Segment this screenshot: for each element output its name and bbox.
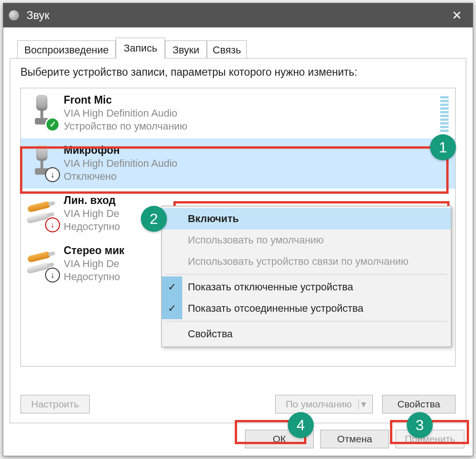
menu-item-set-default[interactable]: Использовать по умолчанию	[162, 230, 451, 251]
menu-item-label: Включить	[188, 213, 239, 225]
device-icon: ✓	[26, 93, 58, 134]
device-row[interactable]: ✓ Front Mic VIA High Definition Audio Ус…	[21, 88, 455, 138]
check-icon: ✓	[162, 276, 182, 298]
tab-communications[interactable]: Связь	[207, 40, 247, 59]
sound-icon	[9, 10, 19, 20]
arrow-down-icon	[45, 167, 60, 182]
close-button[interactable]: ✕	[447, 5, 467, 26]
tab-strip: Воспроизведение Запись Звуки Связь	[9, 38, 467, 59]
prompt-text: Выберите устройство записи, параметры ко…	[20, 66, 456, 79]
context-menu[interactable]: Включить Использовать по умолчанию Испол…	[161, 206, 451, 347]
device-icon	[26, 143, 58, 184]
cancel-button[interactable]: Отмена	[320, 430, 389, 448]
annotation-badge: 1	[430, 134, 456, 160]
device-icon	[26, 243, 58, 284]
device-icon	[26, 193, 58, 234]
tab-sounds[interactable]: Звуки	[165, 40, 207, 59]
device-status: Отключено	[64, 170, 178, 183]
device-driver: VIA High Definition Audio	[64, 107, 187, 119]
warning-icon	[45, 217, 60, 232]
menu-item-show-disabled[interactable]: ✓ Показать отключенные устройства	[162, 276, 451, 298]
menu-item-label: Показать отключенные устройства	[188, 281, 353, 293]
device-row[interactable]: Микрофон VIA High Definition Audio Отклю…	[21, 138, 455, 189]
menu-item-enable[interactable]: Включить	[162, 208, 451, 230]
menu-item-set-comm-default[interactable]: Использовать устройство связи по умолчан…	[162, 251, 451, 272]
annotation-badge: 4	[288, 412, 314, 438]
device-name: Front Mic	[64, 94, 187, 106]
check-icon: ✓	[162, 298, 182, 319]
tab-recording[interactable]: Запись	[116, 38, 165, 59]
menu-item-show-disconnected[interactable]: ✓ Показать отсоединенные устройства	[162, 298, 451, 319]
dialog-button-row: ОК Отмена Применить	[245, 430, 464, 448]
menu-item-properties[interactable]: Свойства	[162, 323, 451, 345]
properties-button[interactable]: Свойства	[382, 395, 456, 413]
device-status: Недоступно	[64, 271, 125, 283]
sound-dialog: Звук ✕ Воспроизведение Запись Звуки Связ…	[3, 3, 473, 456]
check-icon: ✓	[45, 117, 60, 132]
device-status: Устройство по умолчанию	[64, 120, 187, 132]
tab-playback[interactable]: Воспроизведение	[17, 40, 116, 59]
window-title: Звук	[26, 9, 447, 22]
device-status: Недоступно	[64, 221, 120, 233]
annotation-badge: 3	[407, 412, 433, 438]
set-default-label: По умолчанию	[286, 399, 352, 410]
set-default-button[interactable]: По умолчанию ▾	[275, 395, 373, 413]
device-driver: VIA High Definition Audio	[64, 157, 178, 170]
device-name: Микрофон	[64, 144, 178, 157]
device-driver: VIA High De	[64, 208, 120, 220]
level-meter	[440, 94, 449, 132]
device-name: Лин. вход	[64, 194, 120, 207]
device-name: Стерео мик	[64, 244, 125, 257]
menu-item-label: Использовать устройство связи по умолчан…	[188, 256, 409, 268]
arrow-down-icon	[45, 268, 60, 282]
menu-item-label: Показать отсоединенные устройства	[188, 302, 364, 315]
chevron-down-icon[interactable]: ▾	[358, 399, 369, 409]
configure-button[interactable]: Настроить	[20, 395, 90, 413]
menu-separator	[165, 321, 447, 321]
device-driver: VIA High De	[64, 258, 125, 270]
panel-button-row: Настроить По умолчанию ▾ Свойства	[20, 394, 456, 414]
menu-item-label: Использовать по умолчанию	[188, 234, 324, 246]
titlebar[interactable]: Звук ✕	[3, 3, 473, 27]
menu-separator	[165, 274, 447, 275]
annotation-badge: 2	[141, 206, 167, 232]
menu-item-label: Свойства	[188, 328, 233, 340]
